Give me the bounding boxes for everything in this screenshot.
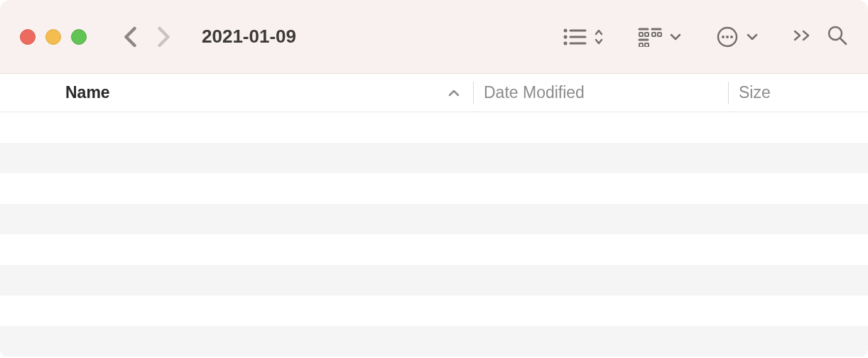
svg-rect-7 — [639, 33, 643, 36]
svg-line-20 — [840, 38, 846, 44]
sort-indicator — [447, 89, 460, 97]
actions-button[interactable] — [716, 26, 759, 48]
chevron-up-icon — [447, 89, 460, 97]
forward-button[interactable] — [157, 26, 170, 48]
ellipsis-circle-icon — [716, 26, 739, 48]
list-row — [0, 143, 868, 173]
toolbar: 2021-01-09 — [0, 0, 868, 74]
svg-point-0 — [564, 28, 568, 32]
double-chevron-right-icon — [793, 29, 813, 42]
list-row — [0, 326, 868, 357]
chevron-down-icon — [746, 33, 759, 41]
svg-point-4 — [564, 41, 568, 45]
column-header-size-label: Size — [739, 83, 771, 102]
navigation-buttons — [124, 26, 170, 48]
group-by-button[interactable] — [638, 27, 682, 47]
list-row — [0, 295, 868, 326]
chevron-right-icon — [157, 26, 170, 48]
svg-point-17 — [726, 36, 729, 38]
svg-rect-14 — [645, 43, 649, 47]
close-button[interactable] — [20, 29, 36, 45]
svg-point-2 — [564, 35, 568, 38]
column-header-name[interactable]: Name — [0, 83, 473, 102]
svg-point-16 — [722, 36, 725, 38]
column-header-size[interactable]: Size — [729, 83, 868, 102]
minimize-button[interactable] — [45, 29, 61, 45]
maximize-button[interactable] — [71, 29, 87, 45]
column-headers: Name Date Modified Size — [0, 74, 868, 112]
view-mode-button[interactable] — [563, 28, 604, 46]
svg-point-18 — [730, 36, 733, 38]
file-list — [0, 112, 868, 358]
column-header-date-label: Date Modified — [484, 83, 585, 102]
svg-rect-8 — [645, 33, 649, 36]
group-icon — [638, 27, 662, 47]
column-header-date-modified[interactable]: Date Modified — [474, 83, 728, 102]
list-row — [0, 265, 868, 295]
svg-rect-10 — [652, 33, 656, 36]
chevron-down-icon — [669, 33, 682, 41]
search-icon — [827, 25, 848, 46]
window-title: 2021-01-09 — [202, 26, 296, 48]
list-row — [0, 234, 868, 265]
svg-rect-11 — [658, 33, 661, 36]
svg-rect-13 — [639, 43, 643, 47]
search-button[interactable] — [827, 25, 848, 49]
list-row — [0, 173, 868, 204]
list-row — [0, 204, 868, 234]
list-view-icon — [563, 28, 587, 46]
toolbar-right-group — [563, 25, 848, 49]
chevron-left-icon — [124, 26, 137, 48]
window-controls — [20, 29, 87, 45]
list-row — [0, 112, 868, 143]
overflow-button[interactable] — [793, 29, 813, 45]
up-down-chevron-icon — [594, 28, 604, 45]
overflow-search-group — [793, 25, 848, 49]
column-header-name-label: Name — [65, 83, 110, 102]
back-button[interactable] — [124, 26, 137, 48]
